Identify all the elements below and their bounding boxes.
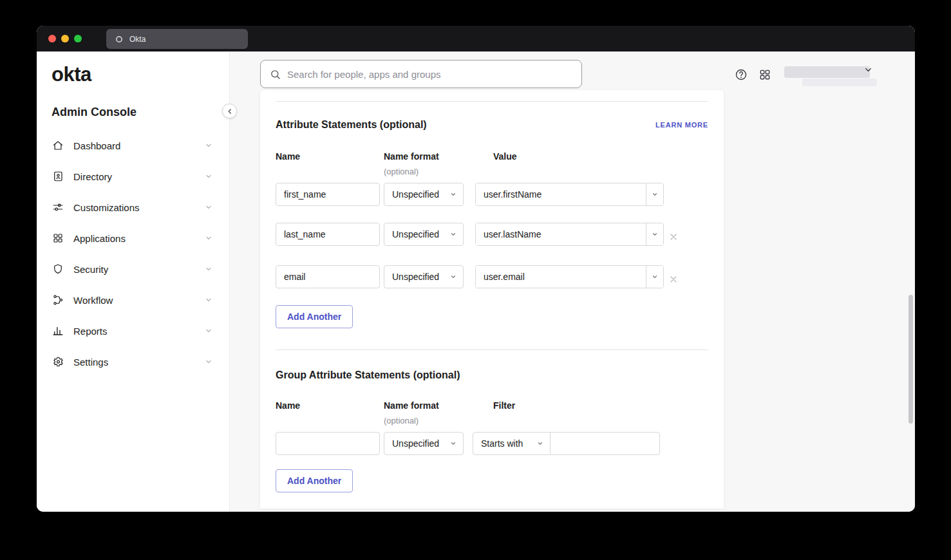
column-header-value: Value xyxy=(493,151,517,162)
app-settings-card: Attribute Statements (optional) LEARN MO… xyxy=(260,90,724,509)
sidebar-item-workflow[interactable]: Workflow xyxy=(37,285,229,315)
sidebar-item-dashboard[interactable]: Dashboard xyxy=(37,130,229,161)
sidebar-nav: Dashboard Directory xyxy=(37,130,229,377)
group-attribute-statements-title: Group Attribute Statements (optional) xyxy=(276,369,460,381)
column-header-name-format: Name format xyxy=(384,400,439,411)
attr-value-input[interactable] xyxy=(476,223,646,245)
global-search xyxy=(260,60,582,88)
group-attr-filter-type-select[interactable]: Starts with xyxy=(473,432,551,455)
sidebar-item-label: Reports xyxy=(73,326,108,337)
shield-icon xyxy=(52,263,64,275)
scrollbar-thumb[interactable] xyxy=(909,295,913,424)
grid-icon xyxy=(52,232,64,244)
chevron-down-icon xyxy=(205,234,212,242)
user-org-redacted xyxy=(802,79,877,86)
tab-title: Okta xyxy=(129,35,146,44)
chevron-down-icon xyxy=(205,265,212,273)
okta-logo: okta xyxy=(52,63,91,86)
chevron-down-icon xyxy=(205,358,212,366)
attr-name-input[interactable] xyxy=(276,265,380,288)
attr-name-format-select[interactable]: Unspecified xyxy=(384,265,464,288)
sidebar-item-label: Applications xyxy=(73,233,126,244)
column-header-name: Name xyxy=(276,400,300,411)
column-header-name-format: Name format xyxy=(384,151,439,162)
select-value: Starts with xyxy=(481,438,523,449)
sidebar-item-security[interactable]: Security xyxy=(37,254,229,285)
attr-name-format-select[interactable]: Unspecified xyxy=(384,223,464,246)
add-another-attribute-button[interactable]: Add Another xyxy=(276,305,353,328)
user-menu-chevron-down-icon[interactable] xyxy=(863,65,873,77)
attr-value-dropdown-button[interactable] xyxy=(646,266,663,288)
user-name-redacted[interactable] xyxy=(784,66,870,78)
close-window-button[interactable] xyxy=(48,35,56,42)
column-header-name: Name xyxy=(276,151,300,162)
search-icon xyxy=(270,69,281,80)
sliders-icon xyxy=(52,201,64,213)
attr-value-dropdown-button[interactable] xyxy=(646,183,663,205)
zoom-window-button[interactable] xyxy=(74,35,82,42)
sidebar: okta Admin Console Dashboard Dire xyxy=(37,51,230,512)
column-header-filter: Filter xyxy=(493,400,515,411)
select-value: Unspecified xyxy=(392,272,439,282)
okta-favicon-icon xyxy=(115,35,124,44)
attr-name-input[interactable] xyxy=(276,223,380,246)
sidebar-item-applications[interactable]: Applications xyxy=(37,223,229,254)
attr-name-format-select[interactable]: Unspecified xyxy=(384,183,464,206)
attr-name-input[interactable] xyxy=(276,183,380,206)
sidebar-item-reports[interactable]: Reports xyxy=(37,315,229,346)
chevron-down-icon xyxy=(205,327,212,335)
sidebar-item-label: Security xyxy=(73,264,108,275)
attr-value-dropdown-button[interactable] xyxy=(646,223,663,245)
main-area: Attribute Statements (optional) LEARN MO… xyxy=(230,51,915,512)
home-icon xyxy=(52,140,64,151)
browser-tab-okta[interactable]: Okta xyxy=(106,29,248,49)
attr-value-combo xyxy=(475,223,664,246)
remove-row-icon[interactable] xyxy=(668,232,679,242)
select-value: Unspecified xyxy=(392,229,439,239)
column-note-optional: (optional) xyxy=(384,167,419,176)
remove-row-icon[interactable] xyxy=(668,274,679,285)
select-value: Unspecified xyxy=(392,189,439,200)
chevron-down-icon xyxy=(205,142,212,149)
sidebar-item-settings[interactable]: Settings xyxy=(37,346,229,377)
sidebar-item-customizations[interactable]: Customizations xyxy=(37,192,229,223)
bar-chart-icon xyxy=(52,325,64,337)
sidebar-item-label: Settings xyxy=(73,357,108,368)
caret-down-icon xyxy=(450,231,457,238)
apps-grid-icon[interactable] xyxy=(758,68,771,81)
group-attr-filter-value-input[interactable] xyxy=(550,432,660,455)
learn-more-link[interactable]: LEARN MORE xyxy=(655,121,708,129)
gear-icon xyxy=(52,356,64,368)
sidebar-item-label: Workflow xyxy=(73,295,113,306)
attr-value-input[interactable] xyxy=(476,266,646,288)
directory-icon xyxy=(52,171,64,182)
sidebar-item-label: Directory xyxy=(73,171,112,182)
sidebar-item-label: Customizations xyxy=(73,202,140,213)
section-divider xyxy=(276,101,708,102)
add-another-group-attribute-button[interactable]: Add Another xyxy=(276,469,353,492)
caret-down-icon xyxy=(537,440,543,447)
sidebar-collapse-button[interactable] xyxy=(222,104,237,118)
attr-value-input[interactable] xyxy=(476,183,646,205)
caret-down-icon xyxy=(450,440,457,447)
chevron-down-icon xyxy=(205,173,212,180)
section-divider xyxy=(276,350,708,350)
attribute-statements-title: Attribute Statements (optional) xyxy=(276,119,427,131)
select-value: Unspecified xyxy=(392,438,439,449)
search-input[interactable] xyxy=(287,69,572,80)
chevron-down-icon xyxy=(205,203,212,211)
admin-console-title: Admin Console xyxy=(52,106,137,119)
minimize-window-button[interactable] xyxy=(61,35,69,42)
chevron-down-icon xyxy=(205,296,212,304)
caret-down-icon xyxy=(450,274,457,280)
group-attr-name-input[interactable] xyxy=(276,432,380,455)
column-note-optional: (optional) xyxy=(384,416,419,425)
workflow-icon xyxy=(52,294,64,306)
group-attr-name-format-select[interactable]: Unspecified xyxy=(384,432,464,455)
sidebar-item-label: Dashboard xyxy=(73,140,120,151)
help-icon[interactable] xyxy=(735,68,748,81)
caret-down-icon xyxy=(450,191,457,198)
attr-value-combo xyxy=(475,183,664,206)
sidebar-item-directory[interactable]: Directory xyxy=(37,161,229,192)
browser-window: Okta okta Admin Console Dashboard xyxy=(37,26,915,512)
